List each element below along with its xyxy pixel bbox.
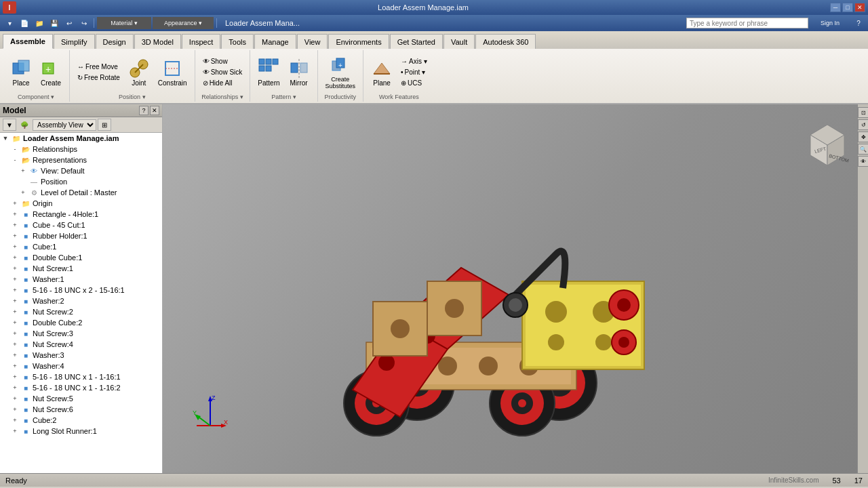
tree-item-relationships[interactable]: - 📂 Relationships (0, 144, 162, 155)
tree-root-item[interactable]: ▼ 📁 Loader Assem Manage.iam (0, 133, 162, 144)
show-button[interactable]: 👁 Show (199, 56, 246, 66)
tree-item-4[interactable]: + ■ Double Cube:1 (0, 252, 162, 263)
axis-indicator: Z X Y (190, 392, 231, 432)
mirror-button[interactable]: Mirror (285, 56, 313, 89)
help-button[interactable]: ? (852, 17, 865, 29)
zoom-fit-button[interactable]: ⊡ (858, 107, 868, 118)
tree-item-0[interactable]: + ■ Rectangle - 4Hole:1 (0, 209, 162, 220)
orbit-button[interactable]: ↺ (858, 119, 868, 130)
tree-item-14[interactable]: + ■ Washer:4 (0, 361, 162, 371)
ribbon-group-work-features-items: Plane → Axis ▾ • Point ▾ ⊕ UCS (368, 52, 431, 92)
show-sick-button[interactable]: 👁 Show Sick (199, 67, 246, 77)
tab-inspect[interactable]: Inspect (182, 34, 220, 49)
open-button[interactable]: 📁 (33, 17, 46, 29)
hide-all-icon: ⊘ (203, 79, 208, 87)
tree-item-7[interactable]: + ■ 5-16 - 18 UNC x 2 - 15-16:1 (0, 285, 162, 296)
svg-point-64 (509, 298, 522, 312)
search-input[interactable] (690, 20, 791, 27)
tree-item-12[interactable]: + ■ Nut Screw:4 (0, 339, 162, 350)
tree-item-lod[interactable]: + ⚙ Level of Detail : Master (0, 187, 162, 198)
redo-button[interactable]: ↪ (77, 17, 91, 29)
view-default-label: View: Default (41, 167, 85, 175)
place-button[interactable]: Place (7, 56, 35, 89)
undo-button[interactable]: ↩ (62, 17, 76, 29)
pan-button[interactable]: ✥ (858, 131, 868, 142)
tree-item-11[interactable]: + ■ Nut Screw:3 (0, 328, 162, 339)
main-area: Model ? ✕ ▼ 🌳 Assembly View ⊞ ▼ 📁 Loader… (0, 104, 868, 473)
axis-button[interactable]: → Axis ▾ (397, 56, 431, 66)
view-options-button[interactable]: ⊞ (98, 119, 111, 131)
maximize-button[interactable]: □ (842, 3, 853, 12)
filter-button[interactable]: ▼ (3, 119, 16, 131)
tree-item-20[interactable]: + ■ Long Slot Runner:1 (0, 426, 162, 436)
part-icon-1: ■ (20, 220, 31, 230)
ribbon-group-relationships-items: 👁 Show 👁 Show Sick ⊘ Hide All (199, 52, 246, 92)
tab-get-started[interactable]: Get Started (390, 34, 443, 49)
tree-item-8[interactable]: + ■ Washer:2 (0, 296, 162, 306)
free-rotate-button[interactable]: ↻ Free Rotate (74, 73, 123, 83)
panel-close-button[interactable]: ✕ (150, 106, 159, 115)
look-at-button[interactable]: 👁 (858, 156, 868, 167)
tree-item-13[interactable]: + ■ Washer:3 (0, 350, 162, 361)
tree-item-5[interactable]: + ■ Nut Screw:1 (0, 263, 162, 274)
close-button[interactable]: ✕ (854, 3, 865, 12)
tree-item-1[interactable]: + ■ Cube - 45 Cut:1 (0, 220, 162, 230)
search-box (686, 18, 808, 28)
tree-item-6[interactable]: + ■ Washer:1 (0, 274, 162, 285)
tab-assemble[interactable]: Assemble (3, 34, 53, 49)
app-menu-button[interactable]: ▾ (3, 17, 16, 29)
model-tree: ▼ 📁 Loader Assem Manage.iam - 📂 Relation… (0, 133, 162, 473)
point-button[interactable]: • Point ▾ (397, 67, 431, 77)
tree-item-15[interactable]: + ■ 5-16 - 18 UNC x 1 - 1-16:1 (0, 371, 162, 382)
pattern-button[interactable]: Pattern (254, 56, 283, 89)
tree-item-origin[interactable]: + 📁 Origin (0, 198, 162, 209)
tree-item-3[interactable]: + ■ Cube:1 (0, 241, 162, 252)
create-substitutes-button[interactable]: + CreateSubstitutes (322, 52, 359, 92)
tab-design[interactable]: Design (96, 34, 134, 49)
tree-item-2[interactable]: + ■ Rubber Holder:1 (0, 230, 162, 241)
material-dropdown[interactable]: Material ▾ (97, 17, 151, 29)
tree-item-view-default[interactable]: + 👁 View: Default (0, 165, 162, 176)
create-button[interactable]: + Create (37, 56, 65, 89)
tab-tools[interactable]: Tools (221, 34, 254, 49)
new-button[interactable]: 📄 (18, 17, 31, 29)
viewcube[interactable]: LEFT BOTTOM (800, 118, 854, 172)
constrain-button[interactable]: Constrain (155, 56, 191, 89)
tree-item-10[interactable]: + ■ Double Cube:2 (0, 317, 162, 328)
zoom-button[interactable]: 🔍 (858, 144, 868, 155)
relationships-folder-icon: 📂 (20, 144, 31, 154)
tab-environments[interactable]: Environments (328, 34, 389, 49)
tree-item-position[interactable]: — Position (0, 176, 162, 187)
tab-simplify[interactable]: Simplify (54, 34, 95, 49)
tab-autodesk360[interactable]: Autodesk 360 (475, 34, 536, 49)
sign-in-button[interactable]: Sign In (810, 17, 850, 29)
root-expand: ▼ (1, 134, 9, 142)
tree-item-17[interactable]: + ■ Nut Screw:5 (0, 393, 162, 404)
appearance-dropdown[interactable]: Appearance ▾ (153, 17, 214, 29)
3d-viewport[interactable]: LEFT BOTTOM Z X Y ⊡ ↺ (163, 104, 868, 473)
panel-help-button[interactable]: ? (139, 106, 149, 115)
ucs-button[interactable]: ⊕ UCS (397, 78, 431, 88)
tab-view[interactable]: View (297, 34, 328, 49)
part-icon-7: ■ (20, 285, 31, 295)
minimize-button[interactable]: ─ (830, 3, 841, 12)
plane-button[interactable]: Plane (368, 56, 396, 89)
tab-manage[interactable]: Manage (254, 34, 296, 49)
save-button[interactable]: 💾 (47, 17, 61, 29)
tree-item-16[interactable]: + ■ 5-16 - 18 UNC x 1 - 1-16:2 (0, 382, 162, 393)
tree-item-18[interactable]: + ■ Nut Screw:6 (0, 404, 162, 415)
free-move-icon: ↔ (77, 63, 84, 70)
hide-all-button[interactable]: ⊘ Hide All (199, 78, 246, 88)
mirror-icon (288, 58, 310, 79)
tree-item-9[interactable]: + ■ Nut Screw:2 (0, 306, 162, 317)
view-default-expand: + (19, 167, 27, 175)
tab-3dmodel[interactable]: 3D Model (134, 34, 181, 49)
joint-button[interactable]: Joint (125, 56, 153, 89)
plane-icon (371, 58, 393, 79)
view-select[interactable]: Assembly View (33, 119, 96, 131)
tab-vault[interactable]: Vault (443, 34, 475, 49)
part-icon-18: ■ (20, 405, 31, 414)
free-move-button[interactable]: ↔ Free Move (74, 62, 123, 72)
tree-item-representations[interactable]: - 📂 Representations (0, 155, 162, 165)
tree-item-19[interactable]: + ■ Cube:2 (0, 415, 162, 426)
